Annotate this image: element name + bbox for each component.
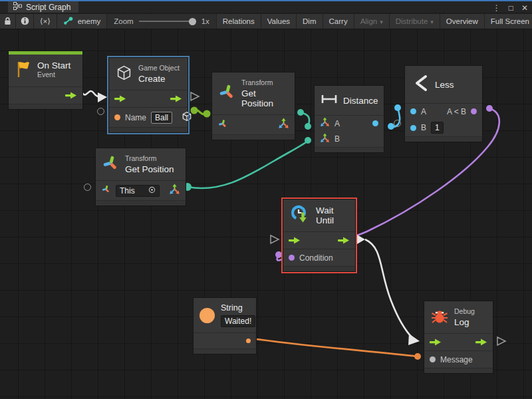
carry-button[interactable]: Carry bbox=[323, 14, 354, 29]
control-in-port[interactable] bbox=[430, 336, 442, 348]
result-out-port[interactable] bbox=[471, 108, 477, 114]
node-get-position-self[interactable]: Transform Get Position This bbox=[95, 148, 186, 206]
node-get-position-enemy[interactable]: Transform Get Position bbox=[211, 72, 295, 140]
chevron-down-icon: ▾ bbox=[380, 19, 383, 25]
node-category: Debug bbox=[454, 307, 475, 315]
distribute-button[interactable]: Distribute ▾ bbox=[390, 14, 440, 29]
node-on-start-event[interactable]: On Start Event bbox=[8, 51, 83, 110]
dim-button[interactable]: Dim bbox=[297, 14, 323, 29]
a-in-port[interactable] bbox=[410, 108, 416, 114]
tab-title: Script Graph bbox=[26, 3, 70, 12]
transform-icon bbox=[219, 84, 235, 103]
name-in-port[interactable] bbox=[114, 114, 120, 120]
control-in-port[interactable] bbox=[114, 93, 126, 105]
bug-icon bbox=[431, 307, 448, 327]
chevron-down-icon: ▾ bbox=[430, 19, 434, 25]
port-label: A bbox=[334, 119, 340, 128]
message-in-port[interactable] bbox=[430, 356, 436, 362]
flag-icon bbox=[15, 61, 31, 80]
control-out-port[interactable] bbox=[475, 336, 487, 348]
graph-reference[interactable]: enemy bbox=[57, 14, 108, 29]
zoom-handle[interactable] bbox=[189, 18, 196, 25]
node-footer bbox=[9, 104, 82, 109]
vector3-out-port[interactable] bbox=[169, 184, 180, 198]
node-footer bbox=[424, 368, 493, 373]
vector3-in-port-b[interactable] bbox=[320, 133, 330, 146]
string-icon bbox=[200, 308, 215, 323]
node-less[interactable]: Less A A < B B 1 bbox=[404, 65, 483, 142]
node-wait-until[interactable]: Wait Until Condition bbox=[283, 199, 356, 272]
target-value: This bbox=[120, 186, 135, 196]
maximize-icon[interactable]: □ bbox=[509, 3, 513, 13]
script-graph-icon bbox=[13, 2, 22, 12]
string-out-port[interactable] bbox=[246, 338, 251, 343]
target-value-field[interactable]: This bbox=[116, 185, 160, 197]
node-header[interactable]: Game Object Create bbox=[109, 58, 188, 90]
node-header[interactable]: Distance bbox=[315, 86, 384, 115]
b-in-port[interactable] bbox=[410, 125, 416, 131]
node-title: Get Position bbox=[241, 88, 288, 108]
string-value-field[interactable]: Waited! bbox=[221, 315, 255, 327]
lock-button[interactable] bbox=[0, 14, 16, 29]
zoom-control: Zoom 1x bbox=[107, 14, 216, 29]
b-value-field[interactable]: 1 bbox=[431, 122, 444, 134]
control-out-port[interactable] bbox=[170, 93, 182, 105]
control-out-port[interactable] bbox=[338, 235, 350, 247]
tab-script-graph[interactable]: Script Graph bbox=[8, 1, 78, 13]
align-button[interactable]: Align ▾ bbox=[354, 14, 390, 29]
node-header[interactable]: Wait Until bbox=[283, 200, 355, 231]
node-title: Get Position bbox=[125, 164, 174, 174]
port-label: B bbox=[421, 123, 426, 132]
fullscreen-button[interactable]: Full Screen bbox=[485, 14, 532, 29]
relations-button[interactable]: Relations bbox=[216, 14, 261, 29]
gameobject-out-port[interactable] bbox=[182, 111, 192, 124]
lock-icon bbox=[4, 17, 11, 27]
edit-graph-button[interactable]: ⟨×⟩ bbox=[34, 14, 57, 29]
node-category: Game Object bbox=[138, 64, 180, 72]
zoom-label: Zoom bbox=[114, 17, 133, 25]
window-menu-icon[interactable]: ⋮ bbox=[493, 3, 501, 13]
node-header[interactable]: Transform Get Position bbox=[96, 148, 186, 180]
vector3-in-port-a[interactable] bbox=[320, 117, 330, 130]
overview-button[interactable]: Overview bbox=[440, 14, 485, 29]
values-button[interactable]: Values bbox=[261, 14, 297, 29]
node-distance[interactable]: Distance A B bbox=[314, 85, 384, 153]
cube-icon bbox=[116, 65, 132, 84]
node-header[interactable]: Debug Log bbox=[424, 301, 493, 333]
inspect-button[interactable] bbox=[16, 14, 34, 29]
object-picker-icon[interactable] bbox=[148, 186, 156, 196]
transform-in-port[interactable] bbox=[217, 118, 228, 132]
port-label: A bbox=[421, 107, 426, 116]
control-out-port[interactable] bbox=[65, 90, 77, 102]
node-title: Distance bbox=[343, 96, 378, 106]
close-icon[interactable]: ✕ bbox=[521, 3, 528, 13]
unconnected-port-circle[interactable] bbox=[394, 120, 401, 127]
less-icon bbox=[413, 74, 429, 94]
node-string-literal[interactable]: String Waited! bbox=[193, 297, 257, 354]
code-icon: ⟨×⟩ bbox=[40, 17, 51, 26]
node-footer bbox=[283, 266, 355, 271]
control-in-port[interactable] bbox=[289, 235, 301, 247]
node-header[interactable]: Transform Get Position bbox=[212, 72, 295, 114]
node-header[interactable]: String Waited! bbox=[194, 298, 256, 332]
node-header[interactable]: On Start Event bbox=[9, 55, 82, 86]
condition-in-port[interactable] bbox=[289, 255, 295, 261]
graph-icon bbox=[63, 17, 73, 27]
node-header[interactable]: Less bbox=[405, 66, 482, 103]
node-footer bbox=[96, 200, 186, 205]
node-subtitle: Event bbox=[37, 70, 70, 78]
transform-in-port[interactable] bbox=[101, 184, 111, 197]
zoom-slider[interactable] bbox=[139, 21, 196, 22]
distance-out-port[interactable] bbox=[372, 120, 378, 126]
unconnected-port-circle[interactable] bbox=[97, 108, 104, 115]
node-footer bbox=[315, 147, 384, 152]
node-title: String bbox=[221, 303, 255, 313]
name-value-field[interactable]: Ball bbox=[151, 112, 172, 124]
unconnected-port-circle[interactable] bbox=[84, 184, 91, 191]
titlebar: Script Graph ⋮ □ ✕ bbox=[0, 0, 532, 13]
vector3-out-port[interactable] bbox=[278, 118, 289, 132]
button-label: Carry bbox=[329, 17, 348, 25]
node-footer bbox=[194, 348, 256, 354]
node-debug-log[interactable]: Debug Log Message bbox=[424, 301, 493, 374]
node-gameobject-create[interactable]: Game Object Create Name Ball bbox=[108, 57, 188, 133]
